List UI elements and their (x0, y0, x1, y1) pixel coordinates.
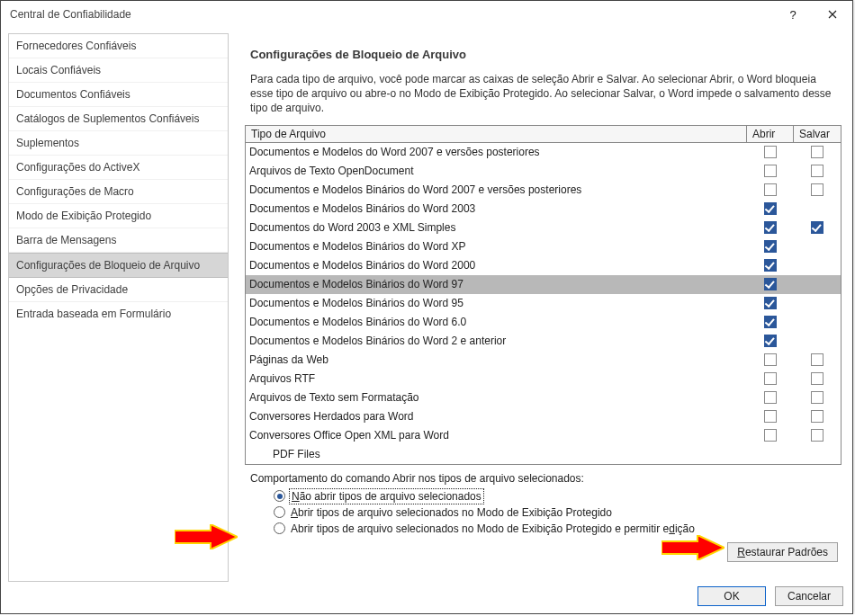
table-row[interactable]: Páginas da Web (246, 351, 841, 370)
save-cell (794, 316, 841, 328)
checkbox-open[interactable] (764, 183, 777, 196)
checkbox-save[interactable] (811, 391, 824, 404)
radio-icon (274, 522, 285, 534)
save-cell (794, 278, 841, 290)
table-row[interactable]: Arquivos RTF (246, 370, 841, 388)
checkbox-open[interactable] (764, 278, 777, 290)
checkbox-open[interactable] (764, 391, 777, 404)
save-cell (794, 429, 841, 442)
checkbox-save[interactable] (811, 221, 824, 234)
checkbox-save[interactable] (811, 429, 824, 442)
file-type-cell: Páginas da Web (246, 353, 747, 366)
table-row[interactable]: Documentos e Modelos Binários do Word 97 (246, 275, 841, 294)
file-type-cell: PDF Files (246, 448, 747, 460)
radio-option[interactable]: Não abrir tipos de arquivo selecionados (250, 488, 836, 504)
radio-label: Não abrir tipos de arquivo selecionados (291, 490, 482, 503)
checkbox-open[interactable] (764, 316, 777, 328)
cancel-button[interactable]: Cancelar (775, 586, 843, 606)
open-cell (747, 297, 794, 309)
open-cell (747, 221, 794, 234)
table-row[interactable]: Documentos do Word 2003 e XML Simples (246, 219, 841, 237)
open-behavior: Comportamento do comando Abrir nos tipos… (245, 470, 842, 537)
file-type-cell: Documentos e Modelos Binários do Word 20… (246, 259, 747, 272)
save-cell (794, 202, 841, 215)
table-row[interactable]: Documentos e Modelos Binários do Word 6.… (246, 313, 841, 332)
table-row[interactable]: PDF Files (246, 445, 841, 464)
radio-option[interactable]: Abrir tipos de arquivo selecionados no M… (250, 504, 836, 521)
main-panel: Configurações de Bloqueio de Arquivo Par… (229, 33, 845, 582)
open-cell (747, 183, 794, 196)
file-type-cell: Arquivos de Texto sem Formatação (246, 391, 747, 404)
sidebar-item[interactable]: Opções de Privacidade (9, 278, 228, 302)
save-cell (794, 259, 841, 272)
checkbox-open[interactable] (764, 146, 777, 158)
checkbox-open[interactable] (764, 429, 777, 442)
table-row[interactable]: Conversores Herdados para Word (246, 407, 841, 426)
checkbox-open[interactable] (764, 372, 777, 385)
save-cell (794, 391, 841, 404)
table-row[interactable]: Documentos e Modelos Binários do Word 20… (246, 256, 841, 275)
checkbox-open[interactable] (764, 221, 777, 234)
checkbox-open[interactable] (764, 259, 777, 272)
trust-center-window: Central de Confiabilidade ? Fornecedores… (0, 0, 853, 614)
sidebar-item[interactable]: Modo de Exibição Protegido (9, 204, 228, 228)
titlebar: Central de Confiabilidade ? (1, 1, 852, 28)
radio-icon (274, 490, 285, 502)
col-open: Abrir (747, 126, 794, 142)
checkbox-save[interactable] (811, 183, 824, 196)
checkbox-open[interactable] (764, 335, 777, 347)
save-cell (794, 372, 841, 385)
sidebar: Fornecedores ConfiáveisLocais Confiáveis… (8, 33, 229, 582)
checkbox-open[interactable] (764, 410, 777, 423)
table-row[interactable]: Documentos e Modelos do Word 2007 e vers… (246, 143, 841, 162)
section-description: Para cada tipo de arquivo, você pode mar… (245, 72, 842, 125)
table-row[interactable]: Conversores Office Open XML para Word (246, 426, 841, 445)
table-row[interactable]: Documentos e Modelos Binários do Word 20… (246, 181, 841, 200)
checkbox-open[interactable] (764, 165, 777, 177)
checkbox-save[interactable] (811, 410, 824, 423)
open-cell (747, 259, 794, 272)
sidebar-item[interactable]: Documentos Confiáveis (9, 83, 228, 107)
checkbox-save (811, 316, 824, 328)
table-row[interactable]: Documentos e Modelos Binários do Word XP (246, 237, 841, 256)
sidebar-item[interactable]: Catálogos de Suplementos Confiáveis (9, 107, 228, 131)
sidebar-item[interactable]: Configurações de Bloqueio de Arquivo (9, 253, 228, 278)
checkbox-save[interactable] (811, 146, 824, 158)
save-cell (794, 240, 841, 253)
file-type-cell: Documentos e Modelos Binários do Word 2 … (246, 335, 747, 347)
sidebar-item[interactable]: Entrada baseada em Formulário (9, 302, 228, 326)
checkbox-open[interactable] (764, 297, 777, 309)
ok-button[interactable]: OK (698, 586, 766, 606)
open-cell (747, 146, 794, 158)
table-row[interactable]: Arquivos de Texto sem Formatação (246, 388, 841, 407)
sidebar-item[interactable]: Configurações de Macro (9, 180, 228, 204)
open-cell (747, 391, 794, 404)
checkbox-open[interactable] (764, 240, 777, 253)
table-row[interactable]: Documentos e Modelos Binários do Word 2 … (246, 332, 841, 351)
table-row[interactable]: Arquivos de Texto OpenDocument (246, 162, 841, 181)
radio-option[interactable]: Abrir tipos de arquivo selecionados no M… (250, 521, 836, 537)
sidebar-item[interactable]: Barra de Mensagens (9, 228, 228, 253)
checkbox-open[interactable] (764, 202, 777, 215)
close-button[interactable] (813, 1, 852, 28)
table-row[interactable]: Documentos e Modelos Binários do Word 95 (246, 294, 841, 313)
help-button[interactable]: ? (773, 1, 813, 28)
sidebar-item[interactable]: Fornecedores Confiáveis (9, 34, 228, 58)
checkbox-save[interactable] (811, 165, 824, 177)
sidebar-item[interactable]: Configurações do ActiveX (9, 156, 228, 180)
file-type-cell: Conversores Herdados para Word (246, 410, 747, 423)
checkbox-save[interactable] (811, 353, 824, 366)
save-cell (794, 353, 841, 366)
radio-group: Não abrir tipos de arquivo selecionadosA… (250, 488, 836, 537)
sidebar-item[interactable]: Suplementos (9, 131, 228, 156)
checkbox-open[interactable] (764, 353, 777, 366)
checkbox-save[interactable] (811, 372, 824, 385)
radio-icon (274, 506, 285, 518)
table-row[interactable]: Documentos e Modelos Binários do Word 20… (246, 200, 841, 219)
restore-defaults-button[interactable]: Restaurar Padrões (727, 542, 838, 562)
sidebar-item[interactable]: Locais Confiáveis (9, 58, 228, 83)
svg-marker-0 (662, 535, 724, 560)
save-cell (794, 183, 841, 196)
file-type-cell: Documentos e Modelos Binários do Word 95 (246, 297, 747, 309)
footer: OK Cancelar (698, 586, 843, 606)
